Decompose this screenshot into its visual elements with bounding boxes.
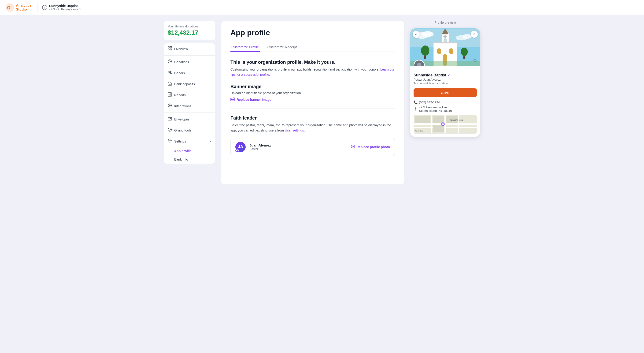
- svg-rect-11: [169, 84, 170, 85]
- bank-deposits-icon: [168, 81, 172, 87]
- tab-customize-profile[interactable]: Customize Profile: [230, 43, 260, 52]
- svg-point-38: [421, 46, 430, 56]
- svg-point-40: [461, 48, 468, 56]
- sidebar-item-envelopes[interactable]: Envelopes: [164, 114, 215, 125]
- sidebar-nav: Overview Donations Donors: [164, 43, 215, 164]
- preview-panel: Profile preview: [410, 21, 480, 185]
- sidebar-item-integrations[interactable]: Integrations: [164, 101, 215, 112]
- leader-avatar-initial: JA: [238, 144, 243, 149]
- replace-photo-label: Replace profile photo: [356, 145, 390, 149]
- sidebar-item-giving-tools[interactable]: Giving tools ›: [164, 125, 215, 136]
- donors-icon: [168, 70, 172, 76]
- give-button[interactable]: GIVE: [414, 88, 477, 97]
- replace-photo-button[interactable]: Replace profile photo: [351, 144, 390, 150]
- svg-point-57: [442, 123, 444, 125]
- svg-rect-52: [415, 116, 431, 123]
- sidebar-item-bank-deposits[interactable]: Bank deposits: [164, 79, 215, 90]
- preview-phone: 📞 (555) 332-1234: [414, 100, 477, 104]
- svg-point-19: [351, 145, 354, 148]
- svg-rect-53: [433, 125, 444, 132]
- svg-rect-32: [437, 48, 441, 54]
- phone-preview: ← ⤢ ♡ Sunnyside Baptist ✓ Pa: [410, 28, 480, 137]
- org-selector[interactable]: ↓ Sunnyside Baptist 47 South Pennsylvani…: [42, 4, 81, 11]
- user-settings-link[interactable]: User settings: [285, 128, 304, 132]
- replace-banner-icon: [230, 97, 235, 102]
- preview-map: GRYMES HILL Victory Blvd: [414, 115, 477, 134]
- svg-point-8: [168, 71, 170, 73]
- verified-icon: ✓: [448, 73, 451, 77]
- svg-rect-3: [170, 47, 172, 48]
- preview-tax-status: Tax deductible organization: [414, 82, 477, 85]
- preview-address-text: 47 S Henderson Ave Staten Island, NY 103…: [419, 106, 452, 113]
- intro-desc-text: Customizing your organization's profile …: [230, 68, 379, 71]
- banner-section: Banner image Upload an identifiable phot…: [230, 84, 395, 102]
- preview-share-button[interactable]: ⤢: [471, 31, 478, 38]
- svg-rect-4: [168, 49, 169, 50]
- lifetime-amount: $12,482.17: [168, 29, 211, 36]
- svg-point-16: [169, 140, 170, 141]
- sidebar-item-reports[interactable]: Reports: [164, 90, 215, 101]
- svg-point-20: [352, 146, 354, 147]
- tab-customize-receipt[interactable]: Customize Receipt: [266, 43, 298, 52]
- overview-icon: [168, 46, 172, 52]
- sidebar-item-settings[interactable]: Settings ∨: [164, 136, 215, 147]
- sidebar-sub-app-profile[interactable]: App profile: [164, 147, 215, 155]
- reports-icon: [168, 92, 172, 98]
- preview-label: Profile preview: [410, 21, 480, 24]
- preview-heart-icon[interactable]: ♡: [473, 58, 477, 64]
- sidebar: Your lifetime donations $12,482.17 Overv…: [164, 21, 215, 185]
- integrations-icon: [168, 103, 172, 109]
- org-name: Sunnyside Baptist: [49, 4, 81, 8]
- lifetime-label: Your lifetime donations: [168, 25, 211, 28]
- settings-icon: [168, 139, 172, 144]
- sidebar-item-giving-tools-label: Giving tools: [174, 128, 191, 132]
- leader-avatar-radio: [235, 149, 239, 153]
- sidebar-item-envelopes-label: Envelopes: [174, 117, 190, 121]
- faith-desc-text: Select the pastor, rabbi, imam, etc. to …: [230, 123, 391, 132]
- nav-divider: [37, 3, 38, 12]
- sidebar-item-donations[interactable]: Donations: [164, 57, 215, 68]
- logo: G Analytics Studio: [6, 3, 32, 12]
- section-divider: [230, 109, 395, 109]
- logo-line1: Analytics: [16, 4, 32, 8]
- sidebar-item-settings-label: Settings: [174, 139, 186, 143]
- sidebar-item-reports-label: Reports: [174, 93, 186, 97]
- org-info: Sunnyside Baptist 47 South Pennsylvania …: [49, 4, 81, 11]
- leader-info: Juan Alvarez Pastor: [250, 143, 347, 151]
- banner-title: Banner image: [230, 84, 395, 89]
- logo-line2: Studio: [16, 8, 32, 12]
- org-selector-icon: ↓: [42, 5, 47, 10]
- svg-point-9: [170, 72, 172, 73]
- svg-rect-14: [168, 117, 172, 120]
- intro-title: This is your organization profile. Make …: [230, 60, 395, 65]
- svg-rect-31: [443, 36, 447, 37]
- sidebar-item-overview[interactable]: Overview: [164, 43, 215, 54]
- sidebar-item-donors[interactable]: Donors: [164, 68, 215, 79]
- svg-rect-33: [449, 48, 454, 54]
- sidebar-sub-bank-info[interactable]: Bank Info: [164, 155, 215, 164]
- replace-banner-button[interactable]: Replace banner image: [230, 97, 272, 102]
- phone-icon: 📞: [414, 100, 418, 104]
- sidebar-item-donors-label: Donors: [174, 71, 185, 75]
- svg-text:GRYMES HILL: GRYMES HILL: [450, 119, 464, 121]
- settings-chevron-icon: ∨: [209, 140, 211, 143]
- giving-tools-chevron-icon: ›: [210, 129, 211, 132]
- svg-point-6: [168, 60, 172, 63]
- banner-upload-label: Upload an identifiable photo of your org…: [230, 91, 395, 95]
- preview-back-button[interactable]: ←: [413, 31, 420, 38]
- location-icon: 📍: [414, 107, 418, 111]
- sidebar-item-bank-deposits-label: Bank deposits: [174, 82, 195, 86]
- envelopes-icon: [168, 117, 172, 122]
- svg-text:Victory Blvd: Victory Blvd: [415, 130, 423, 132]
- svg-rect-5: [170, 49, 172, 50]
- faith-leader-title: Faith leader: [230, 115, 395, 121]
- main-content: App profile Customize Profile Customize …: [221, 21, 404, 185]
- donations-icon: [168, 59, 172, 65]
- church-banner: ← ⤢ ♡: [410, 28, 480, 66]
- svg-rect-50: [433, 116, 444, 123]
- svg-rect-2: [168, 47, 169, 48]
- back-arrow-icon: ←: [414, 32, 418, 36]
- preview-pastor: Pastor Juan Alvarez: [414, 78, 477, 81]
- faith-leader-card: JA Juan Alvarez Pastor Replace profile p…: [230, 138, 395, 156]
- sidebar-item-overview-label: Overview: [174, 47, 188, 51]
